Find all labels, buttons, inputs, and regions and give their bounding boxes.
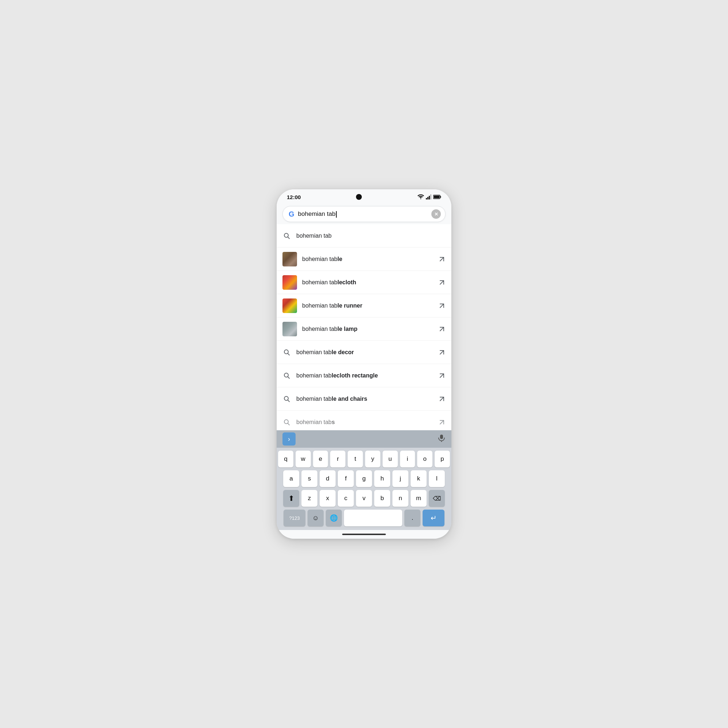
keyboard-mic-button[interactable]: [437, 434, 445, 444]
svg-line-16: [288, 423, 290, 425]
svg-line-12: [288, 377, 290, 379]
search-bar-area: G bohemian tab: [277, 202, 451, 224]
key-u[interactable]: u: [382, 451, 398, 467]
clear-search-button[interactable]: [431, 209, 441, 219]
svg-rect-17: [440, 434, 443, 439]
svg-rect-3: [430, 194, 431, 199]
key-x[interactable]: x: [320, 490, 336, 507]
suggestion-bohemian-tablecloth[interactable]: bohemian tablecloth: [277, 271, 451, 294]
key-emoji[interactable]: ☺: [307, 509, 324, 526]
svg-line-10: [288, 353, 290, 355]
key-p[interactable]: p: [434, 451, 450, 467]
suggestion-label-6: bohemian table decor: [296, 349, 433, 356]
key-h[interactable]: h: [374, 470, 390, 487]
thumb-lamp: [283, 322, 297, 336]
svg-line-14: [288, 400, 290, 402]
svg-rect-0: [426, 198, 427, 199]
key-y[interactable]: y: [365, 451, 380, 467]
keyboard-toolbar: ›: [277, 430, 451, 448]
suggestion-bohemian-tabs[interactable]: bohemian tabs: [277, 411, 451, 430]
suggestion-bohemian-table[interactable]: bohemian table: [277, 248, 451, 271]
arrow-icon-6: [438, 349, 445, 356]
key-f[interactable]: f: [338, 470, 354, 487]
key-q[interactable]: q: [278, 451, 294, 467]
key-t[interactable]: t: [348, 451, 363, 467]
status-bar: 12:00: [277, 189, 451, 202]
google-logo: G: [289, 210, 294, 219]
suggestion-bohemian-table-runner[interactable]: bohemian table runner: [277, 294, 451, 317]
arrow-icon-5: [438, 326, 445, 333]
search-input[interactable]: bohemian tab: [298, 210, 428, 218]
key-v[interactable]: v: [356, 490, 372, 507]
key-a[interactable]: a: [283, 470, 299, 487]
suggestion-label-3: bohemian tablecloth: [302, 279, 433, 286]
key-period[interactable]: .: [404, 509, 421, 526]
search-icon-1: [283, 231, 291, 240]
key-o[interactable]: o: [417, 451, 433, 467]
key-b[interactable]: b: [374, 490, 390, 507]
keyboard-chevron-button[interactable]: ›: [283, 433, 295, 445]
search-icon-9: [283, 418, 291, 427]
key-g[interactable]: g: [356, 470, 372, 487]
status-time: 12:00: [287, 194, 301, 200]
suggestion-bohemian-table-lamp[interactable]: bohemian table lamp: [277, 317, 451, 341]
suggestion-label-4: bohemian table runner: [302, 303, 433, 309]
key-s[interactable]: s: [301, 470, 317, 487]
svg-line-8: [288, 237, 290, 239]
search-icon-7: [283, 371, 291, 380]
keyboard-row-2: a s d f g h j k l: [278, 470, 450, 487]
arrow-icon-2: [438, 255, 445, 263]
phone-frame: 12:00: [277, 189, 451, 539]
search-bar[interactable]: G bohemian tab: [283, 206, 445, 222]
keyboard-row-1: q w e r t y u i o p: [278, 451, 450, 467]
key-language[interactable]: 🌐: [326, 509, 342, 526]
key-symbols[interactable]: ?123: [284, 509, 305, 526]
key-shift[interactable]: ⬆: [283, 490, 299, 507]
key-e[interactable]: e: [313, 451, 328, 467]
key-z[interactable]: z: [301, 490, 317, 507]
home-bar: [342, 534, 386, 535]
svg-rect-6: [434, 196, 440, 198]
keyboard-row-3: ⬆ z x c v b n m ⌫: [278, 490, 450, 507]
key-l[interactable]: l: [429, 470, 445, 487]
arrow-icon-4: [438, 302, 445, 309]
key-enter[interactable]: ↵: [423, 509, 444, 526]
arrow-icon-9: [438, 419, 445, 426]
search-icon-6: [283, 348, 291, 357]
search-icon-8: [283, 395, 291, 403]
search-query-text: bohemian tab: [298, 210, 336, 217]
key-w[interactable]: w: [295, 451, 311, 467]
key-c[interactable]: c: [338, 490, 354, 507]
status-icons: [417, 194, 441, 199]
key-j[interactable]: j: [392, 470, 408, 487]
signal-icon: [426, 194, 432, 199]
key-k[interactable]: k: [411, 470, 427, 487]
wifi-icon: [417, 194, 424, 199]
suggestion-label-8: bohemian table and chairs: [296, 396, 433, 402]
keyboard-rows: q w e r t y u i o p a s d f g h j k: [277, 448, 451, 530]
thumb-tablecloth: [283, 275, 297, 290]
key-backspace[interactable]: ⌫: [429, 490, 445, 507]
home-indicator: [277, 530, 451, 539]
suggestion-bohemian-tablecloth-rectangle[interactable]: bohemian tablecloth rectangle: [277, 364, 451, 387]
suggestion-label-7: bohemian tablecloth rectangle: [296, 372, 433, 379]
battery-icon: [433, 195, 441, 199]
key-m[interactable]: m: [411, 490, 427, 507]
suggestion-label-9: bohemian tabs: [296, 419, 433, 425]
key-n[interactable]: n: [392, 490, 408, 507]
suggestion-bohemian-tab[interactable]: bohemian tab: [277, 224, 451, 248]
key-i[interactable]: i: [400, 451, 415, 467]
key-r[interactable]: r: [330, 451, 346, 467]
key-d[interactable]: d: [320, 470, 336, 487]
suggestion-bohemian-table-and-chairs[interactable]: bohemian table and chairs: [277, 387, 451, 411]
arrow-icon-3: [438, 279, 445, 286]
suggestion-bohemian-table-decor[interactable]: bohemian table decor: [277, 341, 451, 364]
svg-rect-2: [429, 196, 430, 199]
svg-rect-5: [440, 196, 441, 198]
svg-rect-1: [427, 197, 428, 199]
thumb-runner: [283, 298, 297, 313]
suggestion-label-2: bohemian table: [302, 256, 433, 262]
thumb-table: [283, 252, 297, 266]
arrow-icon-7: [438, 372, 445, 379]
key-space[interactable]: [344, 509, 402, 526]
